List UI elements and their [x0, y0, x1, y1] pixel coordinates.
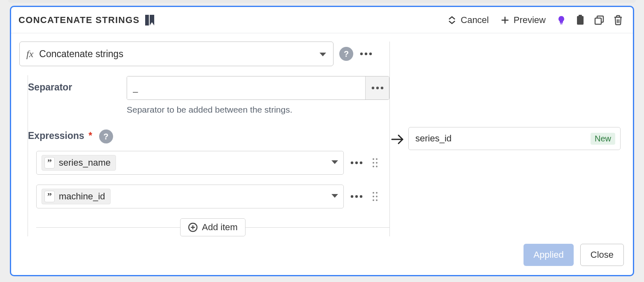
trash-icon[interactable] — [611, 13, 625, 28]
expression-more-icon[interactable] — [350, 156, 364, 170]
preview-label: Preview — [514, 15, 546, 25]
svg-point-27 — [355, 195, 358, 198]
svg-point-22 — [373, 162, 374, 164]
output-column-name: series_id — [415, 133, 452, 144]
new-badge: New — [591, 133, 615, 145]
add-item-label: Add item — [202, 222, 238, 233]
svg-point-11 — [360, 53, 363, 55]
expression-pill: ” machine_id — [42, 189, 111, 204]
required-asterisk: * — [88, 130, 92, 141]
svg-point-34 — [376, 199, 378, 201]
svg-point-33 — [373, 199, 374, 201]
svg-point-29 — [373, 192, 374, 194]
applied-label: Applied — [533, 250, 563, 260]
chevron-down-icon — [319, 49, 327, 60]
svg-point-21 — [376, 158, 378, 160]
close-button[interactable]: Close — [580, 244, 624, 266]
applied-button: Applied — [524, 244, 573, 266]
expression-name: series_name — [59, 157, 111, 168]
expression-select[interactable]: ” series_name — [36, 151, 344, 175]
chevron-down-icon — [331, 193, 338, 200]
svg-point-26 — [351, 195, 353, 198]
fx-icon: fx — [26, 49, 33, 60]
cancel-label: Cancel — [461, 15, 489, 25]
svg-point-31 — [373, 196, 374, 197]
expressions-label: Expressions — [28, 130, 84, 141]
arrow-right-icon — [391, 134, 404, 147]
svg-point-25 — [376, 166, 378, 167]
previous-step-edge — [8, 0, 636, 3]
step-editor-panel: CONCATENATE STRINGS Cancel — [10, 6, 634, 276]
svg-point-12 — [365, 53, 367, 55]
svg-point-13 — [369, 53, 372, 55]
left-column: fx Concatenate strings ? Separator — [19, 42, 389, 236]
function-more-icon[interactable] — [359, 47, 373, 61]
panel-header: CONCATENATE STRINGS Cancel — [11, 7, 633, 33]
expression-item: ” series_name — [36, 151, 389, 175]
string-type-icon: ” — [44, 157, 55, 169]
svg-point-32 — [376, 196, 378, 197]
svg-rect-7 — [579, 15, 582, 17]
panel-footer: Applied Close — [11, 236, 633, 275]
clipboard-icon[interactable] — [573, 13, 588, 28]
drag-handle-icon[interactable] — [369, 188, 381, 205]
svg-point-18 — [355, 162, 358, 164]
add-item-row: Add item — [36, 218, 389, 236]
svg-point-23 — [376, 162, 378, 164]
close-label: Close — [591, 250, 614, 260]
function-help-icon[interactable]: ? — [339, 47, 353, 61]
panel-title: CONCATENATE STRINGS — [19, 15, 139, 25]
separator-input[interactable] — [127, 76, 365, 99]
chevron-down-icon — [331, 159, 338, 166]
svg-point-28 — [360, 195, 362, 198]
expression-name: machine_id — [59, 191, 105, 202]
svg-point-24 — [373, 166, 374, 167]
svg-point-15 — [376, 87, 378, 89]
svg-rect-0 — [145, 15, 149, 25]
right-column: series_id New — [389, 42, 625, 236]
svg-point-17 — [351, 162, 353, 164]
svg-rect-8 — [595, 18, 601, 24]
separator-label: Separator — [28, 76, 127, 93]
bookmark-icon[interactable] — [145, 15, 154, 25]
svg-point-16 — [380, 87, 383, 89]
function-select[interactable]: fx Concatenate strings — [19, 42, 334, 66]
svg-point-19 — [360, 162, 362, 164]
lightbulb-icon[interactable] — [554, 13, 569, 28]
expressions-header-row: Expressions * ? — [28, 124, 389, 143]
panel-body: fx Concatenate strings ? Separator — [11, 33, 633, 236]
expression-pill: ” series_name — [42, 155, 116, 171]
preview-button[interactable]: Preview — [496, 12, 550, 28]
separator-row: Separator Separator to be added between … — [28, 76, 389, 115]
expression-item: ” machine_id — [36, 185, 389, 208]
separator-more-button[interactable] — [365, 76, 389, 99]
svg-point-14 — [371, 87, 374, 89]
string-type-icon: ” — [44, 191, 55, 202]
function-select-label: Concatenate strings — [39, 49, 123, 60]
expressions-help-icon[interactable]: ? — [99, 129, 113, 143]
svg-rect-3 — [560, 23, 563, 24]
expression-more-icon[interactable] — [350, 190, 364, 203]
svg-point-30 — [376, 192, 378, 194]
add-item-button[interactable]: Add item — [180, 218, 246, 236]
separator-help-text: Separator to be added between the string… — [127, 105, 389, 115]
cancel-button[interactable]: Cancel — [443, 12, 493, 28]
svg-rect-4 — [577, 16, 584, 25]
output-column-field[interactable]: series_id New — [408, 127, 621, 150]
expression-select[interactable]: ” machine_id — [36, 185, 344, 208]
duplicate-icon[interactable] — [592, 13, 607, 28]
svg-point-20 — [373, 158, 374, 160]
drag-handle-icon[interactable] — [369, 155, 381, 171]
